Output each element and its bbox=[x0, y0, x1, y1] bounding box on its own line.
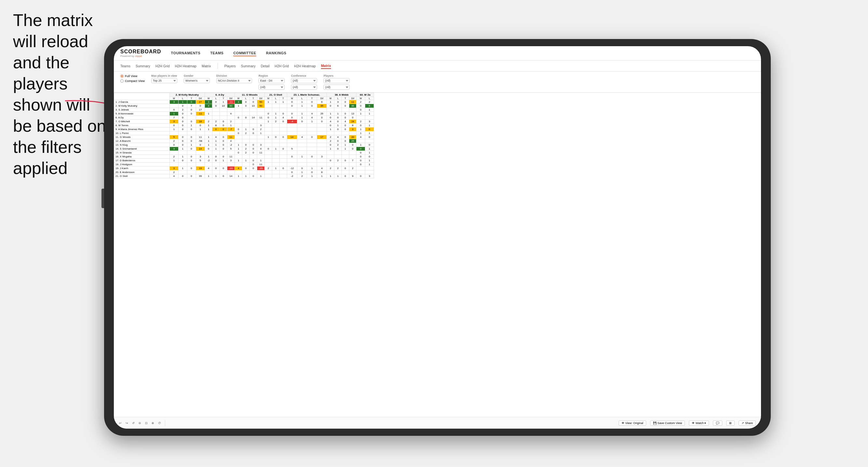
players-label: Players bbox=[323, 74, 350, 77]
full-view-option[interactable]: Full View bbox=[120, 74, 145, 78]
settings-button[interactable]: ⏱ bbox=[158, 422, 161, 425]
th-group-7: 60. W Za bbox=[356, 93, 374, 97]
player-name: 16. X Mcgaha bbox=[114, 155, 170, 159]
th-dif1: Dif bbox=[196, 97, 205, 100]
logo-title: SCOREBOARD bbox=[120, 49, 161, 55]
refresh-button[interactable]: ↺ bbox=[132, 422, 135, 425]
sub-nav: Teams Summary H2H Grid H2H Heatmap Matri… bbox=[114, 61, 761, 71]
toolbar-sep-1 bbox=[165, 420, 165, 426]
region-select[interactable]: East - DII bbox=[258, 78, 285, 83]
subnav-players-summary[interactable]: Summary bbox=[241, 63, 256, 69]
undo-button[interactable]: ↩ bbox=[119, 422, 122, 425]
table-row: 11. G Woods 50011 14011 100 144017 24020… bbox=[114, 135, 374, 139]
nav-tournaments[interactable]: TOURNAMENTS bbox=[171, 51, 201, 56]
save-custom-button[interactable]: 💾 Save Custom View bbox=[650, 421, 685, 426]
table-row: 12. A Bianchi 200-58 1104 20025 bbox=[114, 139, 374, 143]
th-group-2: 6. A Dy bbox=[205, 93, 235, 97]
player-name: 15. H Stranda bbox=[114, 151, 170, 155]
th-t6: T bbox=[341, 97, 349, 100]
th-t1: T bbox=[187, 97, 196, 100]
th-w5: W bbox=[287, 97, 297, 100]
region-sub-select[interactable]: (All) bbox=[258, 85, 285, 90]
th-group-3: 11. G Woods bbox=[235, 93, 265, 97]
matrix-container[interactable]: 2. M Kelly Mulcahy 6. A Dy 11. G Woods 2… bbox=[114, 93, 761, 417]
th-dif3: Dif bbox=[257, 97, 265, 100]
table-row: 1. J Garcia 31027 301-11 40050 111 0106 … bbox=[114, 100, 374, 104]
th-group-1: 2. M Kelly Mulcahy bbox=[169, 93, 205, 97]
redo-button[interactable]: ↪ bbox=[126, 422, 128, 425]
player-name: 19. J Karrh bbox=[114, 166, 170, 170]
conference-label: Conference bbox=[291, 74, 317, 77]
th-dif5: Dif bbox=[317, 97, 327, 100]
th-l3: L bbox=[242, 97, 250, 100]
player-name: 10. L Perini bbox=[114, 131, 170, 135]
player-name: 17. D Ballesteros bbox=[114, 159, 170, 163]
max-players-filter: Max players in view Top 25 bbox=[151, 74, 177, 83]
th-w3: W bbox=[235, 97, 242, 100]
zoom-in-button[interactable]: ⊕ bbox=[152, 422, 154, 425]
players-sub-select[interactable]: (All) bbox=[323, 85, 350, 90]
table-row: 3. S Jelinek 02017 01 bbox=[114, 108, 374, 112]
matrix-table: 2. M Kelly Mulcahy 6. A Dy 11. G Woods 2… bbox=[114, 93, 374, 178]
compact-view-option[interactable]: Compact View bbox=[120, 79, 145, 83]
players-select[interactable]: (All) bbox=[323, 78, 350, 83]
grid-button[interactable]: ⊞ bbox=[726, 421, 735, 426]
tablet-side-button bbox=[101, 189, 104, 208]
division-select[interactable]: NCAA Division II bbox=[216, 78, 252, 83]
full-view-label: Full View bbox=[125, 74, 137, 78]
table-row: 5. A Nomrowski 100-11 14 010 01425 11013… bbox=[114, 112, 374, 116]
players-filter: Players (All) (All) bbox=[323, 74, 350, 90]
subnav-h2h-grid[interactable]: H2H Grid bbox=[155, 63, 170, 69]
th-group-6: 38. A Webb bbox=[327, 93, 356, 97]
tablet-device: SCOREBOARD Powered by clippd TOURNAMENTS… bbox=[104, 39, 771, 436]
subnav-players[interactable]: Players bbox=[224, 63, 236, 69]
zoom-fit-button[interactable]: ⊡ bbox=[145, 422, 148, 425]
player-name: 7. O Mitchell bbox=[114, 120, 170, 124]
player-name: 9. A Maria Jimenez Rios bbox=[114, 127, 170, 131]
subnav-summary[interactable]: Summary bbox=[135, 63, 150, 69]
table-row: 7. O Mitchell 30018 2202 120 -4010 40424… bbox=[114, 120, 374, 124]
th-t3: T bbox=[249, 97, 257, 100]
full-view-radio[interactable] bbox=[120, 74, 124, 78]
compact-view-label: Compact View bbox=[125, 79, 145, 83]
subnav-players-h2hheatmap[interactable]: H2H Heatmap bbox=[294, 63, 316, 69]
subnav-players-matrix[interactable]: Matrix bbox=[321, 63, 331, 69]
zoom-out-button[interactable]: ⊖ bbox=[138, 422, 141, 425]
conference-select[interactable]: (All) bbox=[291, 78, 317, 83]
player-name: 2. M Kelly Mulcahy bbox=[114, 104, 170, 108]
th-group-4: 21. O Stoll bbox=[265, 93, 287, 97]
th-group-5: 23. L Marie Schumac. bbox=[287, 93, 327, 97]
comment-button[interactable]: 💬 bbox=[713, 421, 722, 426]
table-row: 10. L Perini 0201 11 bbox=[114, 131, 374, 135]
subnav-players-h2hgrid[interactable]: H2H Grid bbox=[275, 63, 289, 69]
subnav-players-detail[interactable]: Detail bbox=[261, 63, 270, 69]
player-name: 20. E Andersson bbox=[114, 170, 170, 174]
nav-teams[interactable]: TEAMS bbox=[210, 51, 223, 56]
watch-button[interactable]: 👁 Watch ▾ bbox=[689, 421, 709, 426]
conference-filter: Conference (All) (All) bbox=[291, 74, 317, 90]
nav-committee[interactable]: COMMITTEE bbox=[233, 51, 256, 56]
subnav-h2h-heatmap[interactable]: H2H Heatmap bbox=[175, 63, 197, 69]
subnav-teams[interactable]: Teams bbox=[120, 63, 130, 69]
share-button[interactable]: ↗ Share bbox=[739, 421, 756, 426]
compact-view-radio[interactable] bbox=[120, 80, 124, 83]
nav-rankings[interactable]: RANKINGS bbox=[266, 51, 286, 56]
table-row: 13. N Klug 0010 110-2 1003 0210 10 bbox=[114, 143, 374, 147]
th-l4: L bbox=[272, 97, 279, 100]
th-w1: W bbox=[169, 97, 178, 100]
th-t4: T bbox=[279, 97, 287, 100]
max-players-label: Max players in view bbox=[151, 74, 177, 77]
player-name: 8. M Torres bbox=[114, 124, 170, 127]
th-l2: L bbox=[212, 97, 220, 100]
subnav-matrix[interactable]: Matrix bbox=[202, 63, 211, 69]
conference-sub-select[interactable]: (All) bbox=[291, 85, 317, 90]
th-l6: L bbox=[334, 97, 342, 100]
table-row: 16. X Mcgaha 2103 10011 0103 00 bbox=[114, 155, 374, 159]
region-label: Region bbox=[258, 74, 285, 77]
max-players-select[interactable]: Top 25 bbox=[151, 78, 177, 83]
gender-select[interactable]: Women's bbox=[184, 78, 210, 83]
view-original-button[interactable]: 👁 View: Original bbox=[619, 421, 646, 426]
table-row: 8. M Torres 0010 1801 3 0108 01 bbox=[114, 124, 374, 127]
th-dif2: Dif bbox=[227, 97, 235, 100]
table-row: 6. A Dy 70 001411 014 0140 0000 bbox=[114, 116, 374, 120]
